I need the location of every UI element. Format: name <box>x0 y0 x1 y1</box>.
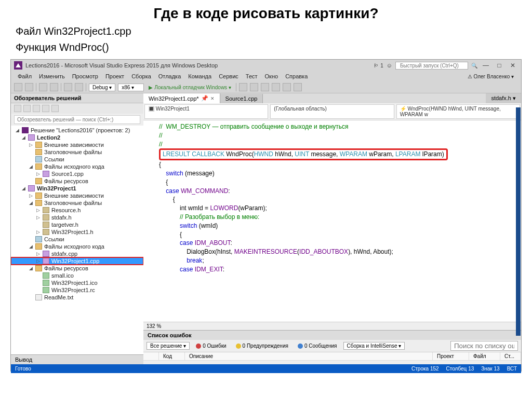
menubar: Файл Изменить Просмотр Проект Сборка Отл… <box>11 71 521 81</box>
slide-title: Где в коде рисовать картинки? <box>0 0 532 24</box>
undo-button[interactable] <box>64 83 72 91</box>
tree-item[interactable]: ▷Внешние зависимости <box>11 192 143 199</box>
tb-icon-3[interactable] <box>261 83 269 91</box>
tab-win32project1[interactable]: Win32Project1.cpp* 📌 ✕ <box>143 93 220 103</box>
menu-team[interactable]: Команда <box>184 72 215 80</box>
tree-item[interactable]: Заголовочные файлы <box>11 148 143 156</box>
tree-file-source1[interactable]: ▷Source1.cpp <box>11 170 143 177</box>
start-debug-button[interactable]: Локальный отладчик Windows ▾ <box>147 84 233 91</box>
tree-item[interactable]: Ссылки <box>11 156 143 163</box>
error-search-input[interactable] <box>450 341 518 351</box>
tree-file[interactable]: targetver.h <box>11 221 143 228</box>
solution-tree[interactable]: ◢Решение "Lections2016" (проектов: 2) ◢L… <box>11 126 143 354</box>
nav-fwd-button[interactable] <box>25 83 33 91</box>
se-props-icon[interactable] <box>51 105 59 112</box>
config-combo[interactable]: Debug ▾ <box>89 84 115 91</box>
warnings-filter[interactable]: 0 Предупреждения <box>233 342 291 349</box>
tb-icon-2[interactable] <box>250 83 258 91</box>
tree-project-lection2[interactable]: ◢Lection2 <box>11 134 143 141</box>
tb-icon-4[interactable] <box>272 83 280 91</box>
menu-file[interactable]: Файл <box>14 72 35 80</box>
highlighted-signature: LRESULT CALLBACK WndProc(HWND hWnd, UINT… <box>159 148 448 160</box>
tree-item[interactable]: ▷Внешние зависимости <box>11 141 143 148</box>
tree-file[interactable]: ▷stdafx.h <box>11 214 143 221</box>
se-refresh-icon[interactable] <box>23 105 31 112</box>
tree-file[interactable]: ▷Win32Project1.h <box>11 228 143 236</box>
status-ins: ВСТ <box>507 366 517 372</box>
user-badge[interactable]: ⚠ Олег Власенко ▾ <box>463 73 518 80</box>
maximize-button[interactable]: □ <box>494 62 504 69</box>
build-intellisense-combo[interactable]: Сборка и IntelliSense ▾ <box>343 342 405 350</box>
scope-combo-function[interactable]: ⚡ WndProc(HWND hWnd, UINT message, WPARA… <box>396 104 520 119</box>
tree-file-readme[interactable]: ReadMe.txt <box>11 294 143 301</box>
vs-logo-icon <box>14 61 22 70</box>
code-editor[interactable]: // WM_DESTROY — отправить сообщение о вы… <box>143 120 521 322</box>
tab-source1[interactable]: Source1.cpp <box>220 94 263 103</box>
feedback-icon[interactable]: ☺ <box>387 62 392 68</box>
editor-navbar: 🔳 Win32Project1 (Глобальная область) ⚡ W… <box>143 103 521 120</box>
error-list-panel: Список ошибок Все решение ▾ 0 Ошибки 0 П… <box>143 330 521 364</box>
error-list-header: Список ошибок <box>143 331 521 340</box>
tree-item[interactable]: Ссылки <box>11 236 143 243</box>
save-all-button[interactable] <box>50 83 58 91</box>
solution-explorer-toolbar <box>11 103 143 114</box>
messages-filter[interactable]: 0 Сообщения <box>295 342 340 349</box>
tree-file[interactable]: Win32Project1.ico <box>11 279 143 286</box>
menu-project[interactable]: Проект <box>102 72 128 80</box>
quick-launch-input[interactable] <box>395 62 468 70</box>
tb-icon-5[interactable] <box>283 83 291 91</box>
tree-item[interactable]: ◢Файлы исходного кода <box>11 163 143 170</box>
error-scope-combo[interactable]: Все решение ▾ <box>147 342 190 350</box>
scope-combo-global[interactable]: (Глобальная область) <box>270 104 394 119</box>
side-rail <box>516 107 521 336</box>
vs-window: Lections2016 - Microsoft Visual Studio E… <box>10 59 522 372</box>
se-showall-icon[interactable] <box>42 105 49 112</box>
tree-file[interactable]: ▷Resource.h <box>11 207 143 214</box>
tree-item[interactable]: Файлы ресурсов <box>11 177 143 185</box>
errors-filter[interactable]: 0 Ошибки <box>193 342 229 349</box>
tb-icon-1[interactable] <box>239 83 247 91</box>
platform-combo[interactable]: x86 ▾ <box>118 84 144 91</box>
tab-stdafx[interactable]: stdafx.h ▾ <box>486 93 521 103</box>
output-tab[interactable]: Вывод <box>11 354 143 364</box>
tree-item[interactable]: ◢Заголовочные файлы <box>11 199 143 207</box>
tree-file[interactable]: Win32Project1.rc <box>11 286 143 294</box>
menu-help[interactable]: Справка <box>282 72 311 80</box>
status-col: Столбец 13 <box>446 366 474 372</box>
status-line: Строка 152 <box>411 366 439 372</box>
main-toolbar: Debug ▾ x86 ▾ Локальный отладчик Windows… <box>11 81 521 93</box>
tree-project-win32[interactable]: ◢Win32Project1 <box>11 185 143 192</box>
tree-solution[interactable]: ◢Решение "Lections2016" (проектов: 2) <box>11 127 143 134</box>
menu-edit[interactable]: Изменить <box>35 72 69 80</box>
menu-build[interactable]: Сборка <box>128 72 155 80</box>
menu-view[interactable]: Просмотр <box>69 72 102 80</box>
menu-debug[interactable]: Отладка <box>155 72 184 80</box>
scope-combo-project[interactable]: 🔳 Win32Project1 <box>144 104 268 119</box>
tree-file[interactable]: ▷stdafx.cpp <box>11 250 143 257</box>
search-icon[interactable]: 🔍 <box>471 63 477 68</box>
redo-button[interactable] <box>75 83 83 91</box>
save-button[interactable] <box>39 83 47 91</box>
error-columns: Код Описание Проект Файл Ст... <box>143 352 521 361</box>
notification-flag-icon[interactable]: 🏳 1 <box>374 63 383 68</box>
menu-test[interactable]: Тест <box>242 72 261 80</box>
tb-icon-6[interactable] <box>294 83 302 91</box>
tree-file-win32project1-cpp[interactable]: ▷Win32Project1.cpp <box>11 257 143 265</box>
menu-tools[interactable]: Сервис <box>215 72 242 80</box>
status-char: Знак 13 <box>481 366 499 372</box>
se-home-icon[interactable] <box>14 105 21 112</box>
solution-search-input[interactable] <box>14 115 140 124</box>
status-ready: Готово <box>15 366 31 372</box>
tree-item[interactable]: ◢Файлы ресурсов <box>11 265 143 272</box>
nav-back-button[interactable] <box>14 83 22 91</box>
slide-sub-2: Функция WndProc() <box>0 40 532 57</box>
se-sync-icon[interactable] <box>33 105 40 112</box>
slide-sub-1: Файл Win32Project1.cpp <box>0 24 532 40</box>
minimize-button[interactable]: — <box>481 62 491 69</box>
menu-window[interactable]: Окно <box>261 72 282 80</box>
zoom-level[interactable]: 132 % <box>143 322 521 330</box>
close-button[interactable]: ✕ <box>508 62 518 69</box>
tree-item[interactable]: ◢Файлы исходного кода <box>11 243 143 250</box>
close-icon[interactable]: ✕ <box>210 96 215 101</box>
tree-file[interactable]: small.ico <box>11 272 143 279</box>
